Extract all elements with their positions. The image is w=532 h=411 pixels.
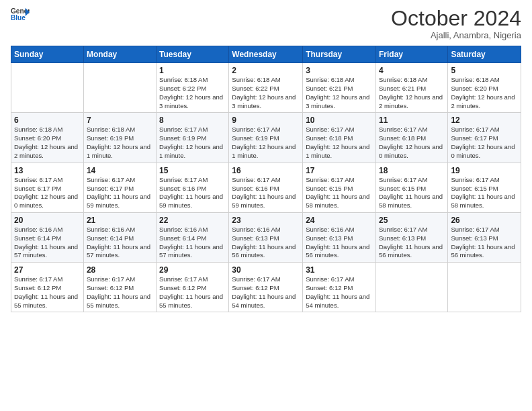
day-info: Sunrise: 6:16 AM Sunset: 6:13 PM Dayligh…: [306, 226, 373, 260]
calendar-cell: 12Sunrise: 6:17 AM Sunset: 6:17 PM Dayli…: [448, 113, 521, 163]
title-block: October 2024 Ajalli, Anambra, Nigeria: [391, 7, 521, 40]
day-info: Sunrise: 6:17 AM Sunset: 6:18 PM Dayligh…: [306, 126, 373, 160]
day-number: 29: [159, 265, 226, 275]
col-saturday: Saturday: [448, 46, 521, 63]
calendar-cell: 25Sunrise: 6:17 AM Sunset: 6:13 PM Dayli…: [375, 212, 447, 262]
day-number: 3: [306, 66, 373, 75]
calendar-week-5: 27Sunrise: 6:17 AM Sunset: 6:12 PM Dayli…: [11, 263, 521, 312]
calendar-cell: [83, 63, 156, 113]
logo-icon: General Blue: [11, 7, 30, 21]
calendar-cell: 10Sunrise: 6:17 AM Sunset: 6:18 PM Dayli…: [303, 113, 376, 163]
calendar-cell: 13Sunrise: 6:17 AM Sunset: 6:17 PM Dayli…: [11, 163, 84, 212]
day-number: 28: [87, 265, 153, 275]
calendar-cell: 21Sunrise: 6:16 AM Sunset: 6:14 PM Dayli…: [83, 212, 156, 262]
day-number: 8: [159, 116, 226, 125]
day-number: 10: [306, 116, 373, 125]
day-number: 20: [14, 216, 81, 225]
day-info: Sunrise: 6:17 AM Sunset: 6:13 PM Dayligh…: [379, 226, 445, 260]
day-number: 19: [451, 166, 518, 175]
calendar-cell: 1Sunrise: 6:18 AM Sunset: 6:22 PM Daylig…: [157, 63, 229, 113]
day-info: Sunrise: 6:18 AM Sunset: 6:21 PM Dayligh…: [379, 76, 445, 110]
calendar-cell: [448, 263, 521, 312]
calendar-cell: 24Sunrise: 6:16 AM Sunset: 6:13 PM Dayli…: [303, 212, 376, 262]
calendar-cell: 18Sunrise: 6:17 AM Sunset: 6:15 PM Dayli…: [375, 163, 447, 212]
calendar-cell: 14Sunrise: 6:17 AM Sunset: 6:17 PM Dayli…: [83, 163, 156, 212]
day-number: 15: [159, 166, 226, 175]
calendar-cell: 11Sunrise: 6:17 AM Sunset: 6:18 PM Dayli…: [375, 113, 447, 163]
calendar-cell: 4Sunrise: 6:18 AM Sunset: 6:21 PM Daylig…: [375, 63, 447, 113]
calendar-cell: 22Sunrise: 6:16 AM Sunset: 6:14 PM Dayli…: [157, 212, 229, 262]
day-number: 30: [232, 265, 300, 275]
calendar-cell: [11, 63, 84, 113]
day-info: Sunrise: 6:17 AM Sunset: 6:17 PM Dayligh…: [87, 176, 153, 210]
page: General Blue October 2024 Ajalli, Anambr…: [0, 0, 532, 411]
day-info: Sunrise: 6:17 AM Sunset: 6:13 PM Dayligh…: [451, 226, 518, 260]
calendar-cell: 7Sunrise: 6:18 AM Sunset: 6:19 PM Daylig…: [83, 113, 156, 163]
day-info: Sunrise: 6:17 AM Sunset: 6:15 PM Dayligh…: [379, 176, 445, 210]
day-number: 4: [379, 66, 445, 75]
day-info: Sunrise: 6:17 AM Sunset: 6:17 PM Dayligh…: [14, 176, 81, 210]
calendar-cell: 8Sunrise: 6:17 AM Sunset: 6:19 PM Daylig…: [157, 113, 229, 163]
day-number: 5: [451, 66, 518, 75]
day-number: 26: [451, 216, 518, 225]
day-number: 6: [14, 116, 81, 125]
header: General Blue October 2024 Ajalli, Anambr…: [11, 7, 521, 40]
calendar-week-2: 6Sunrise: 6:18 AM Sunset: 6:20 PM Daylig…: [11, 113, 521, 163]
day-number: 23: [232, 216, 300, 225]
day-info: Sunrise: 6:16 AM Sunset: 6:13 PM Dayligh…: [232, 226, 300, 260]
day-info: Sunrise: 6:17 AM Sunset: 6:16 PM Dayligh…: [159, 176, 226, 210]
calendar-cell: 29Sunrise: 6:17 AM Sunset: 6:12 PM Dayli…: [157, 263, 229, 312]
calendar-cell: 26Sunrise: 6:17 AM Sunset: 6:13 PM Dayli…: [448, 212, 521, 262]
calendar-cell: 2Sunrise: 6:18 AM Sunset: 6:22 PM Daylig…: [229, 63, 303, 113]
day-number: 12: [451, 116, 518, 125]
logo: General Blue: [11, 7, 31, 21]
day-info: Sunrise: 6:17 AM Sunset: 6:15 PM Dayligh…: [451, 176, 518, 210]
calendar-cell: 30Sunrise: 6:17 AM Sunset: 6:12 PM Dayli…: [229, 263, 303, 312]
day-info: Sunrise: 6:16 AM Sunset: 6:14 PM Dayligh…: [87, 226, 153, 260]
day-number: 21: [87, 216, 153, 225]
day-info: Sunrise: 6:17 AM Sunset: 6:17 PM Dayligh…: [451, 126, 518, 160]
day-info: Sunrise: 6:18 AM Sunset: 6:22 PM Dayligh…: [232, 76, 300, 110]
day-info: Sunrise: 6:16 AM Sunset: 6:14 PM Dayligh…: [159, 226, 226, 260]
day-info: Sunrise: 6:18 AM Sunset: 6:19 PM Dayligh…: [87, 126, 153, 160]
day-number: 13: [14, 166, 81, 175]
calendar-cell: 15Sunrise: 6:17 AM Sunset: 6:16 PM Dayli…: [157, 163, 229, 212]
col-sunday: Sunday: [11, 46, 84, 63]
day-number: 2: [232, 66, 300, 75]
calendar-header-row: Sunday Monday Tuesday Wednesday Thursday…: [11, 46, 521, 63]
calendar-cell: 9Sunrise: 6:17 AM Sunset: 6:19 PM Daylig…: [229, 113, 303, 163]
calendar-cell: 3Sunrise: 6:18 AM Sunset: 6:21 PM Daylig…: [303, 63, 376, 113]
day-number: 27: [14, 265, 81, 275]
calendar-cell: 20Sunrise: 6:16 AM Sunset: 6:14 PM Dayli…: [11, 212, 84, 262]
day-info: Sunrise: 6:18 AM Sunset: 6:21 PM Dayligh…: [306, 76, 373, 110]
day-info: Sunrise: 6:17 AM Sunset: 6:19 PM Dayligh…: [232, 126, 300, 160]
calendar-week-1: 1Sunrise: 6:18 AM Sunset: 6:22 PM Daylig…: [11, 63, 521, 113]
calendar-cell: 5Sunrise: 6:18 AM Sunset: 6:20 PM Daylig…: [448, 63, 521, 113]
calendar-cell: 17Sunrise: 6:17 AM Sunset: 6:15 PM Dayli…: [303, 163, 376, 212]
day-number: 25: [379, 216, 445, 225]
day-info: Sunrise: 6:17 AM Sunset: 6:18 PM Dayligh…: [379, 126, 445, 160]
svg-text:Blue: Blue: [11, 14, 26, 21]
calendar-week-3: 13Sunrise: 6:17 AM Sunset: 6:17 PM Dayli…: [11, 163, 521, 212]
calendar-cell: 31Sunrise: 6:17 AM Sunset: 6:12 PM Dayli…: [303, 263, 376, 312]
col-thursday: Thursday: [303, 46, 376, 63]
day-number: 11: [379, 116, 445, 125]
calendar-cell: 6Sunrise: 6:18 AM Sunset: 6:20 PM Daylig…: [11, 113, 84, 163]
col-wednesday: Wednesday: [229, 46, 303, 63]
day-number: 24: [306, 216, 373, 225]
day-info: Sunrise: 6:17 AM Sunset: 6:15 PM Dayligh…: [306, 176, 373, 210]
col-tuesday: Tuesday: [157, 46, 229, 63]
day-number: 18: [379, 166, 445, 175]
calendar-cell: 27Sunrise: 6:17 AM Sunset: 6:12 PM Dayli…: [11, 263, 84, 312]
calendar: Sunday Monday Tuesday Wednesday Thursday…: [11, 46, 521, 312]
day-number: 14: [87, 166, 153, 175]
day-number: 1: [159, 66, 226, 75]
calendar-cell: 19Sunrise: 6:17 AM Sunset: 6:15 PM Dayli…: [448, 163, 521, 212]
calendar-cell: 16Sunrise: 6:17 AM Sunset: 6:16 PM Dayli…: [229, 163, 303, 212]
col-friday: Friday: [375, 46, 447, 63]
col-monday: Monday: [83, 46, 156, 63]
calendar-cell: [375, 263, 447, 312]
day-info: Sunrise: 6:18 AM Sunset: 6:20 PM Dayligh…: [451, 76, 518, 110]
day-info: Sunrise: 6:16 AM Sunset: 6:14 PM Dayligh…: [14, 226, 81, 260]
day-info: Sunrise: 6:18 AM Sunset: 6:20 PM Dayligh…: [14, 126, 81, 160]
